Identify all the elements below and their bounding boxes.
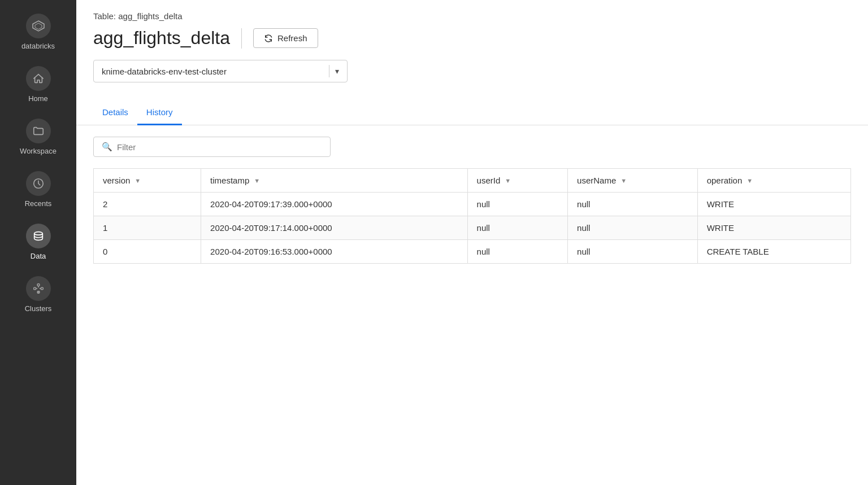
sidebar-label-clusters: Clusters — [25, 304, 52, 313]
cell-userName: null — [568, 216, 698, 240]
sidebar-item-databricks[interactable]: databricks — [0, 6, 76, 58]
sidebar-item-home[interactable]: Home — [0, 58, 76, 111]
sidebar-item-workspace[interactable]: Workspace — [0, 111, 76, 163]
sort-icon-version: ▼ — [134, 177, 141, 184]
sidebar-item-recents[interactable]: Recents — [0, 163, 76, 216]
filter-input[interactable] — [117, 142, 322, 152]
filter-wrap: 🔍 — [93, 137, 331, 157]
cell-version: 0 — [94, 240, 201, 264]
cell-version: 2 — [94, 193, 201, 216]
history-table: version ▼ timestamp ▼ userId ▼ — [93, 168, 851, 264]
tab-history[interactable]: History — [137, 102, 182, 125]
cell-userName: null — [568, 240, 698, 264]
cell-operation: WRITE — [697, 193, 850, 216]
col-header-timestamp[interactable]: timestamp ▼ — [201, 169, 467, 193]
cell-version: 1 — [94, 216, 201, 240]
sidebar-label-workspace: Workspace — [20, 147, 57, 155]
tab-details[interactable]: Details — [93, 102, 137, 125]
svg-point-3 — [34, 232, 42, 235]
clusters-icon — [26, 276, 51, 301]
svg-rect-7 — [41, 287, 43, 290]
col-header-version[interactable]: version ▼ — [94, 169, 201, 193]
table-name-heading: agg_flights_delta — [93, 28, 230, 49]
sort-icon-timestamp: ▼ — [254, 177, 260, 184]
refresh-label: Refresh — [277, 33, 307, 43]
main-content: Table: agg_flights_delta agg_flights_del… — [76, 0, 868, 485]
data-icon — [26, 224, 51, 248]
cell-timestamp: 2020-04-20T09:16:53.000+0000 — [201, 240, 467, 264]
cell-timestamp: 2020-04-20T09:17:14.000+0000 — [201, 216, 467, 240]
sidebar-label-data: Data — [31, 252, 46, 260]
sidebar-item-data[interactable]: Data — [0, 216, 76, 268]
cell-userName: null — [568, 193, 698, 216]
cell-operation: CREATE TABLE — [697, 240, 850, 264]
table-row: 02020-04-20T09:16:53.000+0000nullnullCRE… — [94, 240, 851, 264]
page-header: Table: agg_flights_delta agg_flights_del… — [76, 0, 868, 102]
cell-userId: null — [467, 240, 567, 264]
cell-operation: WRITE — [697, 216, 850, 240]
svg-marker-1 — [35, 23, 42, 29]
col-header-operation[interactable]: operation ▼ — [697, 169, 850, 193]
content-area: 🔍 version ▼ timestamp ▼ — [76, 125, 868, 485]
svg-rect-5 — [37, 284, 40, 286]
refresh-icon — [264, 34, 273, 43]
sidebar-item-clusters[interactable]: Clusters — [0, 268, 76, 321]
refresh-button[interactable]: Refresh — [253, 28, 318, 48]
table-row: 22020-04-20T09:17:39.000+0000nullnullWRI… — [94, 193, 851, 216]
home-icon — [26, 66, 51, 91]
col-header-username[interactable]: userName ▼ — [568, 169, 698, 193]
workspace-icon — [26, 119, 51, 143]
title-divider — [241, 28, 242, 49]
svg-rect-4 — [33, 287, 36, 290]
sidebar-label-databricks: databricks — [21, 42, 55, 50]
cell-userId: null — [467, 216, 567, 240]
sort-icon-userid: ▼ — [505, 177, 511, 184]
sidebar: databricks Home Workspace Recents — [0, 0, 76, 485]
databricks-icon — [26, 14, 51, 38]
recents-icon — [26, 171, 51, 196]
chevron-down-icon: ▾ — [335, 67, 339, 76]
table-title-row: agg_flights_delta Refresh — [93, 28, 851, 49]
page-title: Table: agg_flights_delta — [93, 11, 851, 21]
sidebar-label-home: Home — [28, 94, 48, 103]
cell-userId: null — [467, 193, 567, 216]
cell-timestamp: 2020-04-20T09:17:39.000+0000 — [201, 193, 467, 216]
tabs-container: Details History — [76, 102, 868, 125]
cluster-selector-value: knime-databricks-env-test-cluster — [102, 67, 323, 76]
table-row: 12020-04-20T09:17:14.000+0000nullnullWRI… — [94, 216, 851, 240]
sidebar-label-recents: Recents — [25, 199, 52, 208]
search-icon: 🔍 — [102, 142, 112, 152]
sort-icon-operation: ▼ — [747, 177, 753, 184]
selector-divider — [329, 65, 329, 77]
cluster-selector[interactable]: knime-databricks-env-test-cluster ▾ — [93, 60, 348, 82]
sort-icon-username: ▼ — [620, 177, 627, 184]
col-header-userid[interactable]: userId ▼ — [467, 169, 567, 193]
